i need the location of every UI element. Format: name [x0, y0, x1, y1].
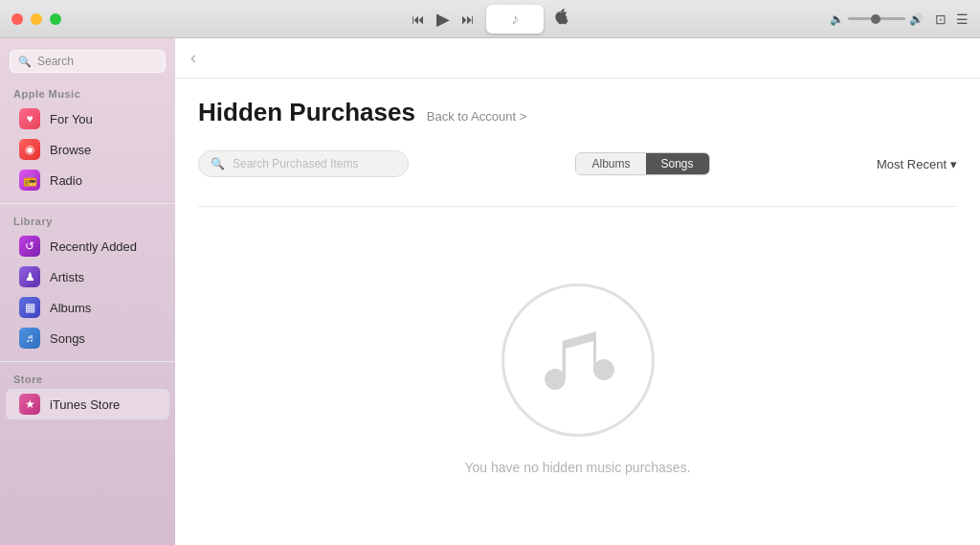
- songs-icon: ♬: [19, 328, 40, 349]
- sidebar-item-radio[interactable]: 📻 Radio: [6, 165, 169, 195]
- music-note-svg: [537, 317, 618, 403]
- sidebar-item-browse[interactable]: ◉ Browse: [6, 134, 169, 165]
- maximize-button[interactable]: [50, 13, 61, 25]
- divider-2: [0, 361, 175, 362]
- itunes-store-label: iTunes Store: [50, 397, 120, 412]
- search-purchased-icon: 🔍: [211, 157, 225, 170]
- artists-icon: ♟: [19, 266, 40, 287]
- sort-chevron-icon: ▾: [950, 157, 957, 171]
- music-note-circle: [501, 284, 655, 437]
- songs-label: Songs: [50, 331, 85, 346]
- titlebar-center: ⏮ ▶ ⏭ ♪: [412, 5, 568, 34]
- main-layout: 🔍 Search Apple Music ♥ For You ◉ Browse …: [0, 38, 980, 545]
- titlebar-icons: ⊡ ☰: [935, 11, 969, 27]
- search-icon: 🔍: [18, 56, 32, 68]
- volume-max-icon: 🔊: [909, 12, 924, 26]
- itunes-store-icon: ★: [19, 394, 40, 415]
- store-section-label: Store: [0, 370, 175, 389]
- sidebar-item-for-you[interactable]: ♥ For You: [6, 103, 169, 134]
- rewind-button[interactable]: ⏮: [412, 11, 425, 27]
- content-header: ‹: [175, 38, 980, 79]
- content-body: Hidden Purchases Back to Account > 🔍 Sea…: [175, 79, 980, 545]
- volume-slider[interactable]: [848, 17, 905, 20]
- content-area: ‹ Hidden Purchases Back to Account > 🔍 S…: [175, 38, 980, 545]
- segment-songs[interactable]: Songs: [646, 153, 709, 174]
- recently-added-icon: ↺: [19, 236, 40, 257]
- sidebar-item-artists[interactable]: ♟ Artists: [6, 261, 169, 292]
- titlebar-right: 🔈 🔊 ⊡ ☰: [830, 11, 969, 27]
- segment-albums[interactable]: Albums: [576, 153, 645, 174]
- albums-label: Albums: [50, 301, 91, 315]
- for-you-icon: ♥: [19, 108, 40, 129]
- sort-label: Most Recent: [877, 157, 947, 171]
- volume-min-icon: 🔈: [830, 12, 844, 26]
- search-filter-row: 🔍 Search Purchased Items Albums Songs Mo…: [198, 150, 957, 177]
- search-box[interactable]: 🔍 Search: [10, 50, 166, 73]
- sidebar-item-recently-added[interactable]: ↺ Recently Added: [6, 231, 169, 261]
- play-button[interactable]: ▶: [436, 9, 450, 30]
- sidebar-item-itunes-store[interactable]: ★ iTunes Store: [6, 389, 169, 420]
- albums-icon: ▦: [19, 297, 40, 318]
- music-tab[interactable]: ♪: [486, 5, 544, 34]
- radio-label: Radio: [50, 173, 82, 188]
- back-button[interactable]: ‹: [190, 48, 196, 68]
- content-divider: [198, 206, 957, 207]
- volume-control[interactable]: 🔈 🔊: [830, 12, 924, 26]
- sort-dropdown[interactable]: Most Recent ▾: [877, 157, 957, 171]
- volume-thumb: [871, 14, 880, 24]
- sidebar-item-songs[interactable]: ♬ Songs: [6, 323, 169, 353]
- search-placeholder: Search: [37, 55, 74, 68]
- music-note-icon: ♪: [511, 11, 519, 28]
- empty-state: You have no hidden music purchases.: [198, 245, 957, 513]
- titlebar: ⏮ ▶ ⏭ ♪ 🔈 🔊 ⊡ ☰: [0, 0, 980, 38]
- sidebar: 🔍 Search Apple Music ♥ For You ◉ Browse …: [0, 38, 175, 545]
- miniplayer-icon[interactable]: ⊡: [935, 11, 947, 27]
- fastforward-button[interactable]: ⏭: [461, 11, 475, 27]
- recently-added-label: Recently Added: [50, 239, 137, 254]
- search-purchased-input[interactable]: 🔍 Search Purchased Items: [198, 150, 409, 177]
- segment-control: Albums Songs: [575, 152, 709, 175]
- radio-icon: 📻: [19, 170, 40, 191]
- transport-controls: ⏮ ▶ ⏭: [412, 9, 475, 30]
- page-title-area: Hidden Purchases Back to Account >: [198, 98, 957, 127]
- minimize-button[interactable]: [31, 13, 42, 25]
- artists-label: Artists: [50, 270, 84, 284]
- search-purchased-placeholder: Search Purchased Items: [233, 157, 358, 170]
- empty-state-text: You have no hidden music purchases.: [464, 460, 690, 475]
- page-title: Hidden Purchases: [198, 98, 415, 127]
- for-you-label: For You: [50, 112, 93, 126]
- library-section-label: Library: [0, 212, 175, 231]
- browse-icon: ◉: [19, 139, 40, 160]
- close-button[interactable]: [11, 13, 23, 25]
- back-to-account-link[interactable]: Back to Account >: [427, 109, 526, 124]
- apple-logo: [555, 9, 568, 29]
- apple-music-section-label: Apple Music: [0, 84, 175, 103]
- window-controls: [11, 13, 61, 25]
- sidebar-item-albums[interactable]: ▦ Albums: [6, 292, 169, 323]
- menu-icon[interactable]: ☰: [956, 11, 969, 27]
- browse-label: Browse: [50, 143, 91, 157]
- divider-1: [0, 203, 175, 204]
